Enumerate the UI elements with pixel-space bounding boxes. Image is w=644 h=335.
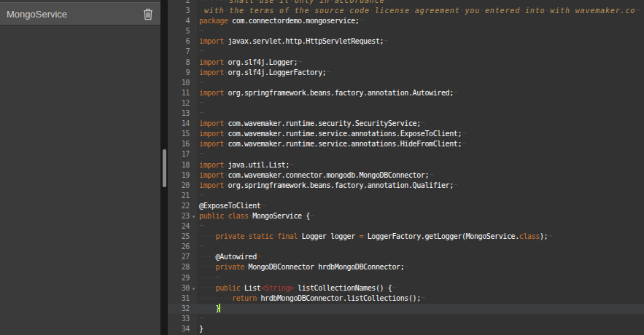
token-keyword: private [216,263,244,271]
code-line[interactable]: 14import·com.wavemaker.runtime.security.… [168,119,644,129]
line-number: 7 [168,47,190,57]
code-line[interactable]: 3·with·the·terms·of·the·source·code·lice… [168,6,644,16]
token-plain: ···· [199,274,216,282]
eol-mark: ¬ [462,140,466,148]
code-line[interactable]: 8import·org.slf4j.Logger;¬ [168,58,644,68]
code-editor[interactable]: 2······shall·use·it·only·in·accordance¬3… [168,0,644,335]
eol-mark: ¬ [421,119,425,127]
token-keyword: return [232,294,257,302]
line-number: 9 [168,68,190,78]
code-line[interactable]: 34} [168,324,644,334]
code-line[interactable]: 21¬ [168,191,644,201]
eol-mark: ¬ [326,68,330,76]
token-keyword: class [519,232,540,240]
code-line[interactable]: 28····private·MongoDBConnector·hrdbMongo… [168,262,644,272]
token-keyword: import [199,37,224,45]
token-keyword: import [199,58,224,66]
eol-mark: ¬ [462,130,466,138]
token-plain: ·com.wavemaker.runtime.service.annotatio… [224,140,462,148]
code-line[interactable]: 2······shall·use·it·only·in·accordance¬ [168,0,644,6]
eol-mark: ¬ [392,284,396,292]
code-line[interactable]: 26¬ [168,242,644,252]
trash-icon [143,8,153,20]
token-plain: ·Logger·logger· [298,232,359,240]
token-plain: ·java.util.List; [224,161,290,169]
eol-mark: ¬ [199,79,203,87]
code-line[interactable]: 22@ExposeToClient¬ [168,201,644,211]
line-number: 18 [168,160,190,170]
code-line[interactable]: 23▾public·class·MongoService·{¬ [168,211,644,221]
code-line[interactable]: 6import·javax.servlet.http.HttpServletRe… [168,36,644,47]
line-number: 21 [168,191,190,201]
line-number: 12 [168,98,190,109]
sidebar-scrollbar-track[interactable] [160,0,168,335]
eol-mark: ¬ [298,58,302,66]
code-line[interactable]: 27····@Autowired¬ [168,252,644,262]
token-plain: ·MongoService·{ [249,212,310,220]
token-plain: @ExposeToClient [199,202,260,210]
line-number: 30 [168,283,190,293]
eol-mark: ¬ [199,315,203,323]
code-line[interactable]: 9import·org.slf4j.LoggerFactory;¬ [168,68,644,78]
line-number: 33 [168,314,190,324]
code-line[interactable]: 11import·org.springframework.beans.facto… [168,88,644,98]
code-line[interactable]: 24¬ [168,221,644,232]
eol-mark: ¬ [199,222,203,230]
code-line[interactable]: 10¬ [168,78,644,88]
eol-mark: ¬ [199,47,203,55]
sidebar-item-mongoservice[interactable]: MongoService [0,2,160,25]
sidebar-item-label: MongoService [7,9,67,20]
token-keyword: import [199,130,224,138]
code-line[interactable]: 18import·java.util.List;¬ [168,160,644,170]
eol-mark: ¬ [260,202,265,210]
line-number: 8 [168,58,190,68]
token-type: <String> [260,284,293,292]
line-number: 27 [168,252,190,262]
code-line[interactable]: 12¬ [168,98,644,109]
line-number: 11 [168,88,190,98]
line-number: 29 [168,273,190,283]
code-line[interactable]: 25····private·static·final·Logger·logger… [168,232,644,242]
line-number: 20 [168,181,190,191]
line-number: 23 [168,211,190,221]
code-line[interactable]: 17¬ [168,149,644,159]
token-plain: ·List [240,284,260,292]
code-line[interactable]: 32····}¬ [168,304,644,314]
code-line[interactable]: 31········return·hrdbMongoDBConnector.li… [168,293,644,304]
token-keyword: private·static·final [216,232,298,240]
token-plain: ·com.wavemaker.runtime.security.Security… [224,119,421,127]
delete-service-button[interactable] [142,7,154,20]
token-plain: ·org.slf4j.LoggerFactory; [224,68,327,76]
code-line[interactable]: 29····¬ [168,273,644,283]
token-plain: ····@Autowired [199,253,257,261]
code-line[interactable]: 5¬ [168,26,644,36]
code-line[interactable]: 16import·com.wavemaker.runtime.service.a… [168,139,644,149]
token-plain: ·org.slf4j.Logger; [224,58,298,66]
chevron-down-icon[interactable]: ▾ [190,284,199,294]
eol-mark: ¬ [199,150,203,158]
eol-mark: ¬ [359,17,363,25]
code-line[interactable]: 19import·com.wavemaker.connector.mongodb… [168,170,644,181]
line-number: 2 [168,0,190,6]
eol-mark: ¬ [404,263,408,271]
code-line[interactable]: 33¬ [168,314,644,324]
line-number: 34 [168,324,190,334]
line-number: 14 [168,119,190,129]
sidebar-scrollbar-thumb[interactable] [163,149,166,187]
line-number: 15 [168,129,190,139]
token-plain: ·LoggerFactory.getLogger(MongoService. [363,232,519,240]
code-line[interactable]: 13¬ [168,109,644,119]
chevron-down-icon[interactable]: ▾ [190,212,199,222]
code-line[interactable]: 20import·org.springframework.beans.facto… [168,181,644,191]
code-line[interactable]: 15import·com.wavemaker.runtime.service.a… [168,129,644,139]
line-number: 19 [168,170,190,181]
code-line[interactable]: 4package·com.connectordemo.mongoservice;… [168,16,644,26]
service-java-editor-window: MongoService 2······shall·use·it·only·in… [0,0,644,335]
code-line[interactable]: 30▾····public·List<String>·listCollectio… [168,283,644,293]
eol-mark: ¬ [199,27,203,35]
line-number: 25 [168,232,190,242]
code-line[interactable]: 7¬ [168,47,644,57]
token-plain: } [199,325,203,333]
token-keyword: public [216,284,241,292]
token-keyword: import [199,140,224,148]
